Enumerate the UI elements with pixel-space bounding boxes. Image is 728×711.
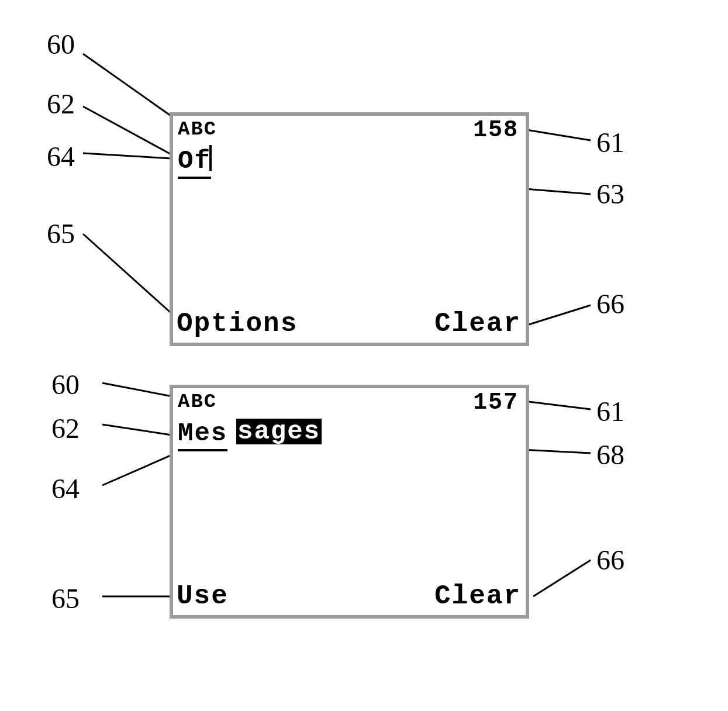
left-softkey[interactable]: Options	[177, 309, 298, 339]
callout-65a: 65	[47, 218, 75, 250]
callout-61a: 61	[596, 126, 625, 158]
typed-text[interactable]: Mes	[178, 419, 227, 448]
input-mode-label: ABC	[178, 391, 217, 413]
left-softkey[interactable]: Use	[177, 581, 229, 612]
callout-66b: 66	[596, 544, 625, 576]
callout-60b: 60	[51, 368, 80, 401]
callout-68: 68	[596, 439, 625, 471]
callout-64a: 64	[47, 140, 75, 172]
callout-62a: 62	[47, 88, 75, 120]
phone-screen-2: ABC 157 Mes sages Use Clear	[170, 385, 529, 619]
svg-line-6	[525, 305, 591, 326]
svg-line-8	[519, 401, 591, 409]
callout-64b: 64	[51, 472, 80, 505]
svg-line-7	[102, 383, 178, 398]
svg-line-12	[533, 560, 591, 596]
callout-61b: 61	[596, 395, 625, 427]
right-softkey[interactable]: Clear	[434, 581, 521, 612]
phone-screen-1: ABC 158 Of Options Clear	[170, 112, 529, 346]
predictive-suggestion[interactable]: sages	[236, 419, 322, 444]
svg-line-1	[83, 106, 175, 157]
callout-66a: 66	[596, 288, 625, 320]
callout-62b: 62	[51, 412, 80, 444]
input-mode-label: ABC	[178, 118, 217, 140]
callout-63: 63	[596, 178, 625, 210]
callout-65b: 65	[51, 582, 80, 615]
char-count: 158	[473, 117, 519, 143]
right-softkey[interactable]: Clear	[434, 309, 521, 339]
svg-line-3	[519, 129, 591, 140]
diagram-stage: 60 62 64 65 61 63 66 60 62 64 65 61 68 6…	[0, 0, 728, 711]
svg-line-0	[83, 54, 182, 124]
svg-line-5	[83, 234, 175, 317]
typed-text[interactable]: Of	[178, 146, 211, 175]
svg-line-9	[102, 424, 175, 436]
char-count: 157	[473, 389, 519, 416]
text-cursor	[209, 145, 212, 171]
callout-60a: 60	[47, 28, 75, 60]
svg-line-2	[83, 153, 181, 159]
